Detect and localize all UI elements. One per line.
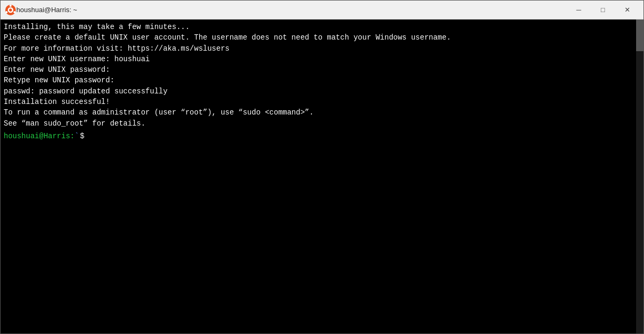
scrollbar-thumb[interactable] [636, 20, 643, 51]
prompt-dollar: $ [80, 131, 84, 141]
close-button[interactable]: ✕ [615, 1, 639, 20]
output-line-2: Please create a default UNIX user accoun… [4, 32, 640, 43]
prompt-colon: : [70, 131, 74, 141]
terminal-output: Installing, this may take a few minutes.… [4, 22, 640, 129]
prompt-username: houshuai [4, 131, 39, 141]
svg-point-4 [6, 11, 8, 13]
svg-point-2 [9, 5, 12, 7]
prompt-at: @ [39, 131, 43, 141]
output-line-10: See “man sudo_root” for details. [4, 118, 640, 129]
output-line-4: Enter new UNIX username: houshuai [4, 54, 640, 64]
command-prompt: houshuai@Harris:` $ [4, 131, 640, 141]
svg-point-3 [14, 11, 16, 13]
terminal-body[interactable]: Installing, this may take a few minutes.… [1, 20, 643, 333]
output-line-3: For more information visit: https://aka.… [4, 43, 640, 54]
maximize-button[interactable]: □ [591, 1, 615, 20]
output-line-1: Installing, this may take a few minutes.… [4, 22, 640, 32]
output-line-5: Enter new UNIX password: [4, 64, 640, 75]
output-line-8: Installation successful! [4, 97, 640, 107]
titlebar: houshuai@Harris: ~ ─ □ ✕ [1, 1, 643, 20]
output-line-6: Retype new UNIX password: [4, 75, 640, 85]
window-controls: ─ □ ✕ [567, 1, 639, 20]
terminal-window: houshuai@Harris: ~ ─ □ ✕ Installing, thi… [0, 0, 644, 334]
minimize-button[interactable]: ─ [567, 1, 591, 20]
ubuntu-logo-icon [5, 4, 16, 16]
output-line-9: To run a command as administrator (user … [4, 107, 640, 118]
prompt-hostname: Harris [44, 131, 70, 141]
prompt-tilde: ` [74, 131, 79, 141]
window-title: houshuai@Harris: ~ [16, 6, 567, 14]
output-line-7: passwd: password updated successfully [4, 86, 640, 97]
scrollbar[interactable] [636, 20, 643, 333]
